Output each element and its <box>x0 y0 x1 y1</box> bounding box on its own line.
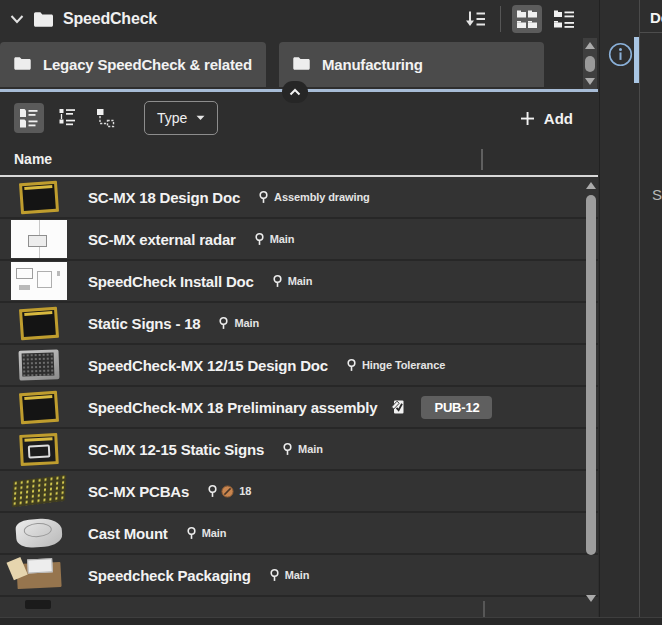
details-panel-text: S <box>652 186 662 203</box>
publication-icon <box>389 398 407 416</box>
document-name: Cast Mount <box>88 525 168 542</box>
scroll-up-icon[interactable] <box>586 182 596 189</box>
type-filter-label: Type <box>157 110 187 126</box>
branch-pin-icon <box>258 190 269 205</box>
sort-button[interactable] <box>459 5 489 33</box>
out-of-date-icon <box>221 485 234 498</box>
folder-icon <box>34 12 53 27</box>
document-name: SC-MX 12-15 Static Signs <box>88 441 264 458</box>
header-separator <box>500 6 501 32</box>
folder-header-bar: SpeedCheck <box>0 0 599 38</box>
scroll-up-icon[interactable] <box>585 42 595 49</box>
branch-info: Main <box>218 316 259 331</box>
detailed-list-view-button[interactable] <box>14 103 44 133</box>
branch-pin-icon <box>272 274 283 289</box>
add-button-label: Add <box>544 110 573 127</box>
document-row[interactable]: Cast Mount Main <box>0 513 598 555</box>
list-view-button[interactable] <box>549 5 579 33</box>
branch-pin-icon <box>254 232 265 247</box>
branch-info: Main <box>186 526 227 541</box>
branch-pin-icon <box>269 568 280 583</box>
tabs-scrollbar[interactable] <box>583 38 597 89</box>
branch-label: Assembly drawing <box>274 191 370 203</box>
tab-manufacturing[interactable]: Manufacturing <box>279 42 544 87</box>
document-thumbnail <box>10 346 68 384</box>
document-thumbnail <box>10 430 68 468</box>
document-thumbnail <box>10 304 68 342</box>
branch-label: Main <box>270 233 295 245</box>
document-thumbnail <box>10 514 68 552</box>
tab-label: Legacy SpeedCheck & related <box>43 56 252 73</box>
branch-info: Main <box>282 442 323 457</box>
document-row-partial[interactable] <box>0 597 598 617</box>
document-row[interactable]: Speedcheck Packaging Main <box>0 555 598 597</box>
branch-info: Hinge Tolerance <box>346 358 445 373</box>
folder-view-pane: SpeedCheck <box>0 0 600 617</box>
view-controls <box>459 5 579 33</box>
branch-pin-icon <box>207 484 218 499</box>
tab-legacy-speedcheck[interactable]: Legacy SpeedCheck & related <box>0 42 266 87</box>
list-scrollbar-thumb[interactable] <box>586 195 596 555</box>
collapse-panel-button[interactable] <box>282 81 308 103</box>
document-thumbnail <box>10 472 68 510</box>
document-row[interactable]: Static Signs - 18 Main <box>0 303 598 345</box>
document-rows: SC-MX 18 Design Doc Assembly drawing SC <box>0 177 598 597</box>
branch-info: Main <box>269 568 310 583</box>
add-button[interactable]: Add <box>520 110 573 127</box>
tabs-scrollbar-thumb[interactable] <box>585 56 595 72</box>
document-name: Speedcheck Packaging <box>88 567 251 584</box>
branch-label: Main <box>298 443 323 455</box>
document-thumbnail <box>10 178 68 216</box>
details-panel: De S <box>639 0 662 617</box>
folder-collapse-chevron-icon[interactable] <box>10 14 24 24</box>
document-name: SC-MX PCBAs <box>88 483 189 500</box>
branch-info: 18 <box>207 484 251 499</box>
branch-label: Main <box>202 527 227 539</box>
compact-list-view-button[interactable] <box>52 103 82 133</box>
chevron-down-icon <box>196 115 205 121</box>
tree-view-button[interactable] <box>90 103 120 133</box>
bottom-status-strip <box>0 617 662 625</box>
branch-pin-icon <box>186 526 197 541</box>
plus-icon <box>520 111 535 126</box>
document-row[interactable]: SC-MX 12-15 Static Signs Main <box>0 429 598 471</box>
document-row[interactable]: SC-MX external radar Main <box>0 219 598 261</box>
scroll-down-icon[interactable] <box>586 595 596 602</box>
info-icon <box>608 42 633 67</box>
document-name: SpeedCheck-MX 12/15 Design Doc <box>88 357 328 374</box>
document-thumbnail <box>10 262 68 300</box>
document-name: Static Signs - 18 <box>88 315 200 332</box>
panel-gutter <box>601 0 639 617</box>
branch-label: Main <box>234 317 259 329</box>
document-name: SpeedCheck Install Doc <box>88 273 254 290</box>
info-button[interactable] <box>608 42 633 67</box>
document-list: SC-MX 18 Design Doc Assembly drawing SC <box>0 177 598 617</box>
name-column-header: Name <box>14 151 52 167</box>
document-row[interactable]: SpeedCheck-MX 18 Preliminary assembly PU… <box>0 387 598 429</box>
revision-badge: PUB-12 <box>421 396 492 419</box>
scroll-down-icon[interactable] <box>585 78 595 85</box>
branch-info: Main <box>272 274 313 289</box>
branch-label: 18 <box>239 485 251 497</box>
app-window: SpeedCheck <box>0 0 662 625</box>
document-row[interactable]: SC-MX PCBAs 18 <box>0 471 598 513</box>
document-thumbnail <box>10 220 68 258</box>
column-header-row: Name <box>0 144 598 177</box>
type-filter-dropdown[interactable]: Type <box>144 101 218 135</box>
list-scrollbar[interactable] <box>584 177 598 613</box>
tab-folder-icon <box>14 56 31 74</box>
details-panel-heading: De <box>650 9 662 26</box>
grid-view-button[interactable] <box>512 5 542 33</box>
document-thumbnail <box>10 388 68 426</box>
document-thumbnail <box>25 600 51 609</box>
branch-info: Main <box>254 232 295 247</box>
document-row[interactable]: SpeedCheck-MX 12/15 Design Doc Hinge Tol… <box>0 345 598 387</box>
document-row[interactable]: SC-MX 18 Design Doc Assembly drawing <box>0 177 598 219</box>
branch-label: Main <box>288 275 313 287</box>
tab-label: Manufacturing <box>322 56 423 73</box>
document-name: SC-MX external radar <box>88 231 236 248</box>
branch-label: Main <box>285 569 310 581</box>
column-resize-handle[interactable] <box>481 149 483 170</box>
document-thumbnail <box>10 556 68 594</box>
document-row[interactable]: SpeedCheck Install Doc Main <box>0 261 598 303</box>
